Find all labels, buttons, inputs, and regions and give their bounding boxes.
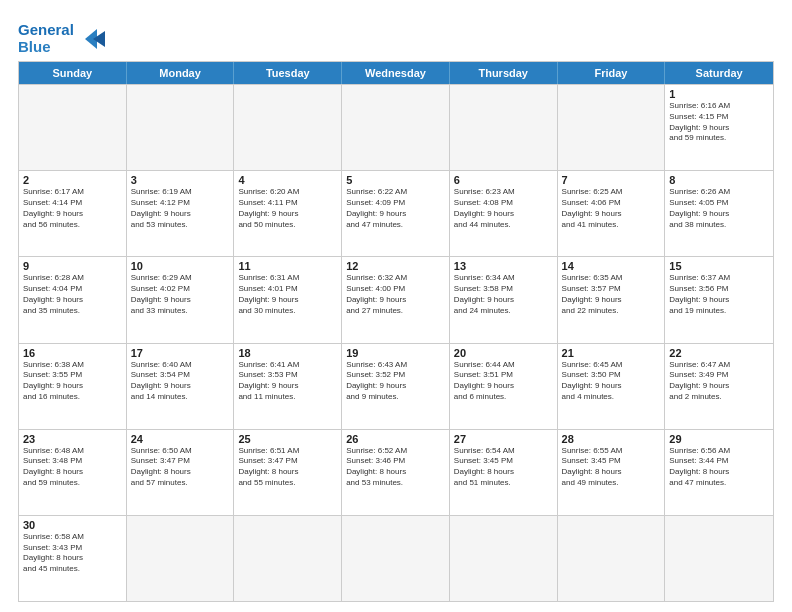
page-header: General Blue xyxy=(18,18,774,55)
calendar-cell: 14Sunrise: 6:35 AM Sunset: 3:57 PM Dayli… xyxy=(558,257,666,342)
day-number: 28 xyxy=(562,433,661,445)
day-info: Sunrise: 6:28 AM Sunset: 4:04 PM Dayligh… xyxy=(23,273,122,316)
day-number: 13 xyxy=(454,260,553,272)
calendar-cell: 6Sunrise: 6:23 AM Sunset: 4:08 PM Daylig… xyxy=(450,171,558,256)
calendar-cell: 20Sunrise: 6:44 AM Sunset: 3:51 PM Dayli… xyxy=(450,344,558,429)
day-number: 12 xyxy=(346,260,445,272)
calendar-row-4: 23Sunrise: 6:48 AM Sunset: 3:48 PM Dayli… xyxy=(19,429,773,515)
day-info: Sunrise: 6:48 AM Sunset: 3:48 PM Dayligh… xyxy=(23,446,122,489)
day-info: Sunrise: 6:55 AM Sunset: 3:45 PM Dayligh… xyxy=(562,446,661,489)
calendar-cell: 30Sunrise: 6:58 AM Sunset: 3:43 PM Dayli… xyxy=(19,516,127,601)
day-info: Sunrise: 6:32 AM Sunset: 4:00 PM Dayligh… xyxy=(346,273,445,316)
calendar-cell: 27Sunrise: 6:54 AM Sunset: 3:45 PM Dayli… xyxy=(450,430,558,515)
calendar-cell: 18Sunrise: 6:41 AM Sunset: 3:53 PM Dayli… xyxy=(234,344,342,429)
calendar-cell: 22Sunrise: 6:47 AM Sunset: 3:49 PM Dayli… xyxy=(665,344,773,429)
day-info: Sunrise: 6:20 AM Sunset: 4:11 PM Dayligh… xyxy=(238,187,337,230)
calendar-row-0: 1Sunrise: 6:16 AM Sunset: 4:15 PM Daylig… xyxy=(19,84,773,170)
calendar-cell: 19Sunrise: 6:43 AM Sunset: 3:52 PM Dayli… xyxy=(342,344,450,429)
calendar-cell: 5Sunrise: 6:22 AM Sunset: 4:09 PM Daylig… xyxy=(342,171,450,256)
logo: General Blue xyxy=(18,22,109,55)
day-info: Sunrise: 6:26 AM Sunset: 4:05 PM Dayligh… xyxy=(669,187,769,230)
header-day-friday: Friday xyxy=(558,62,666,84)
calendar-cell xyxy=(558,85,666,170)
calendar-cell xyxy=(234,85,342,170)
calendar-cell: 16Sunrise: 6:38 AM Sunset: 3:55 PM Dayli… xyxy=(19,344,127,429)
day-info: Sunrise: 6:52 AM Sunset: 3:46 PM Dayligh… xyxy=(346,446,445,489)
day-number: 5 xyxy=(346,174,445,186)
day-number: 17 xyxy=(131,347,230,359)
logo-text: General Blue xyxy=(18,22,74,55)
calendar-cell: 11Sunrise: 6:31 AM Sunset: 4:01 PM Dayli… xyxy=(234,257,342,342)
calendar-cell: 13Sunrise: 6:34 AM Sunset: 3:58 PM Dayli… xyxy=(450,257,558,342)
day-number: 25 xyxy=(238,433,337,445)
calendar-cell: 1Sunrise: 6:16 AM Sunset: 4:15 PM Daylig… xyxy=(665,85,773,170)
calendar-cell xyxy=(19,85,127,170)
day-number: 6 xyxy=(454,174,553,186)
day-number: 18 xyxy=(238,347,337,359)
calendar-cell xyxy=(234,516,342,601)
day-info: Sunrise: 6:34 AM Sunset: 3:58 PM Dayligh… xyxy=(454,273,553,316)
calendar-cell: 23Sunrise: 6:48 AM Sunset: 3:48 PM Dayli… xyxy=(19,430,127,515)
calendar-cell: 24Sunrise: 6:50 AM Sunset: 3:47 PM Dayli… xyxy=(127,430,235,515)
header-day-thursday: Thursday xyxy=(450,62,558,84)
header-day-sunday: Sunday xyxy=(19,62,127,84)
calendar-row-2: 9Sunrise: 6:28 AM Sunset: 4:04 PM Daylig… xyxy=(19,256,773,342)
day-number: 30 xyxy=(23,519,122,531)
day-number: 2 xyxy=(23,174,122,186)
calendar-body: 1Sunrise: 6:16 AM Sunset: 4:15 PM Daylig… xyxy=(19,84,773,601)
day-number: 22 xyxy=(669,347,769,359)
day-number: 3 xyxy=(131,174,230,186)
day-info: Sunrise: 6:17 AM Sunset: 4:14 PM Dayligh… xyxy=(23,187,122,230)
calendar-cell: 8Sunrise: 6:26 AM Sunset: 4:05 PM Daylig… xyxy=(665,171,773,256)
day-info: Sunrise: 6:50 AM Sunset: 3:47 PM Dayligh… xyxy=(131,446,230,489)
header-day-tuesday: Tuesday xyxy=(234,62,342,84)
day-number: 23 xyxy=(23,433,122,445)
logo-icon xyxy=(77,25,109,53)
day-number: 10 xyxy=(131,260,230,272)
day-info: Sunrise: 6:25 AM Sunset: 4:06 PM Dayligh… xyxy=(562,187,661,230)
day-number: 26 xyxy=(346,433,445,445)
calendar-cell: 21Sunrise: 6:45 AM Sunset: 3:50 PM Dayli… xyxy=(558,344,666,429)
calendar-cell: 26Sunrise: 6:52 AM Sunset: 3:46 PM Dayli… xyxy=(342,430,450,515)
calendar-cell: 7Sunrise: 6:25 AM Sunset: 4:06 PM Daylig… xyxy=(558,171,666,256)
calendar-cell xyxy=(342,516,450,601)
calendar-cell: 9Sunrise: 6:28 AM Sunset: 4:04 PM Daylig… xyxy=(19,257,127,342)
calendar-cell xyxy=(342,85,450,170)
calendar-cell xyxy=(450,516,558,601)
day-info: Sunrise: 6:47 AM Sunset: 3:49 PM Dayligh… xyxy=(669,360,769,403)
header-day-monday: Monday xyxy=(127,62,235,84)
day-info: Sunrise: 6:40 AM Sunset: 3:54 PM Dayligh… xyxy=(131,360,230,403)
day-number: 7 xyxy=(562,174,661,186)
calendar-cell: 17Sunrise: 6:40 AM Sunset: 3:54 PM Dayli… xyxy=(127,344,235,429)
day-info: Sunrise: 6:35 AM Sunset: 3:57 PM Dayligh… xyxy=(562,273,661,316)
day-number: 1 xyxy=(669,88,769,100)
day-number: 27 xyxy=(454,433,553,445)
day-number: 14 xyxy=(562,260,661,272)
header-day-wednesday: Wednesday xyxy=(342,62,450,84)
day-info: Sunrise: 6:38 AM Sunset: 3:55 PM Dayligh… xyxy=(23,360,122,403)
calendar-cell: 2Sunrise: 6:17 AM Sunset: 4:14 PM Daylig… xyxy=(19,171,127,256)
calendar-cell xyxy=(665,516,773,601)
calendar-cell: 28Sunrise: 6:55 AM Sunset: 3:45 PM Dayli… xyxy=(558,430,666,515)
day-info: Sunrise: 6:22 AM Sunset: 4:09 PM Dayligh… xyxy=(346,187,445,230)
day-number: 21 xyxy=(562,347,661,359)
calendar-cell: 15Sunrise: 6:37 AM Sunset: 3:56 PM Dayli… xyxy=(665,257,773,342)
day-info: Sunrise: 6:19 AM Sunset: 4:12 PM Dayligh… xyxy=(131,187,230,230)
day-number: 19 xyxy=(346,347,445,359)
day-info: Sunrise: 6:58 AM Sunset: 3:43 PM Dayligh… xyxy=(23,532,122,575)
calendar-cell xyxy=(127,85,235,170)
day-info: Sunrise: 6:41 AM Sunset: 3:53 PM Dayligh… xyxy=(238,360,337,403)
day-number: 15 xyxy=(669,260,769,272)
day-info: Sunrise: 6:44 AM Sunset: 3:51 PM Dayligh… xyxy=(454,360,553,403)
day-number: 9 xyxy=(23,260,122,272)
day-info: Sunrise: 6:45 AM Sunset: 3:50 PM Dayligh… xyxy=(562,360,661,403)
day-info: Sunrise: 6:23 AM Sunset: 4:08 PM Dayligh… xyxy=(454,187,553,230)
day-number: 16 xyxy=(23,347,122,359)
calendar-cell xyxy=(127,516,235,601)
calendar-row-1: 2Sunrise: 6:17 AM Sunset: 4:14 PM Daylig… xyxy=(19,170,773,256)
day-info: Sunrise: 6:31 AM Sunset: 4:01 PM Dayligh… xyxy=(238,273,337,316)
calendar-cell xyxy=(450,85,558,170)
calendar-cell xyxy=(558,516,666,601)
calendar-cell: 25Sunrise: 6:51 AM Sunset: 3:47 PM Dayli… xyxy=(234,430,342,515)
day-info: Sunrise: 6:29 AM Sunset: 4:02 PM Dayligh… xyxy=(131,273,230,316)
